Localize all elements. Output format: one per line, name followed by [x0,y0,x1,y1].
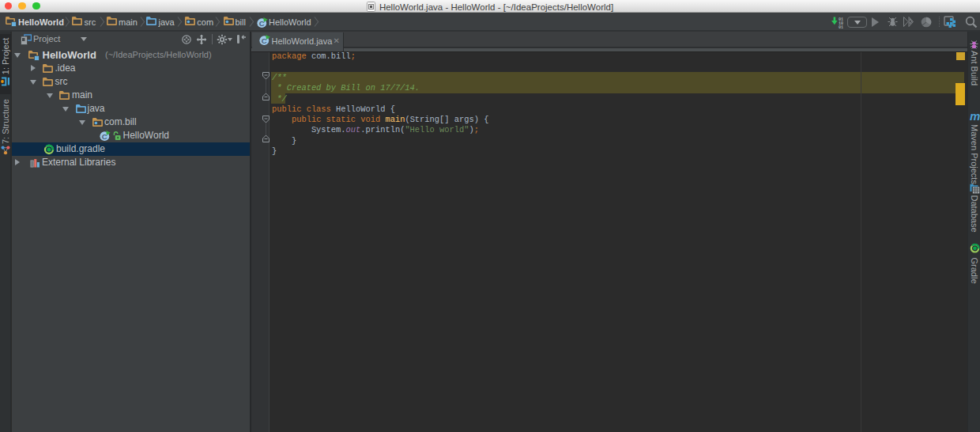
svg-text:01: 01 [839,25,843,28]
